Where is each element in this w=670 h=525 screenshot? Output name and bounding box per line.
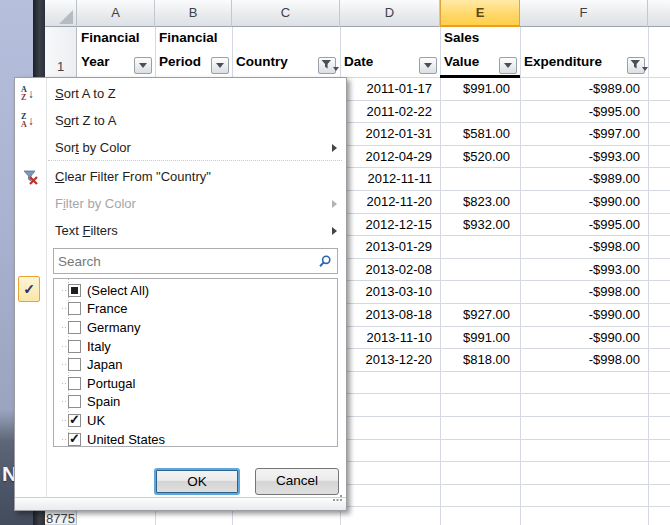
cell-date[interactable]: 2011-01-17	[340, 78, 440, 101]
cell-expenditure[interactable]: -$998.00	[520, 281, 648, 304]
checkbox-icon[interactable]	[68, 395, 81, 408]
ok-button[interactable]: OK	[154, 468, 240, 495]
cell-expenditure[interactable]: -$990.00	[520, 304, 648, 327]
cell-date[interactable]: 2012-11-20	[340, 191, 440, 214]
filter-value-label: UK	[87, 413, 105, 428]
column-header-c[interactable]: C	[232, 0, 340, 27]
row-header-8775[interactable]: 8775	[45, 511, 77, 525]
cell-sales-value[interactable]: $991.00	[440, 327, 520, 350]
column-header-d[interactable]: D	[340, 0, 440, 27]
header-cell-date[interactable]: Date	[340, 27, 440, 78]
filter-value-japan[interactable]: Japan	[54, 355, 337, 374]
filter-button-country[interactable]	[318, 57, 336, 74]
menu-item-sort-by-color[interactable]: Sort by Color	[16, 134, 345, 161]
select-all-corner[interactable]	[45, 0, 77, 27]
header-cell-financial-year[interactable]: Financial Year	[77, 27, 155, 78]
menu-item-sort-a-to-z[interactable]: AZ↓ Sort A to Z	[16, 80, 345, 107]
filter-button-date[interactable]	[419, 57, 437, 74]
cell-sales-value[interactable]	[440, 168, 520, 191]
cell-expenditure[interactable]: -$993.00	[520, 146, 648, 169]
search-input[interactable]	[54, 250, 318, 272]
chevron-down-icon	[139, 63, 147, 68]
menu-item-sort-z-to-a[interactable]: ZA↓ Sort Z to A	[16, 107, 345, 134]
cell-expenditure[interactable]: -$993.00	[520, 259, 648, 282]
funnel-icon	[630, 54, 641, 78]
cell-date[interactable]: 2012-01-31	[340, 123, 440, 146]
filter-value-spain[interactable]: Spain	[54, 393, 337, 412]
sheet-row: 2012-11-20$823.00-$990.00	[340, 191, 648, 214]
cell-expenditure[interactable]: -$990.00	[520, 327, 648, 350]
checkbox-icon[interactable]	[68, 377, 81, 390]
sheet-row: 2011-02-22-$995.00	[340, 101, 648, 124]
menu-resize-strip[interactable]	[15, 497, 346, 510]
cell-sales-value[interactable]	[440, 236, 520, 259]
cell-sales-value[interactable]: $823.00	[440, 191, 520, 214]
header-cell-sales-value[interactable]: Sales Value	[440, 27, 520, 78]
checkbox-icon[interactable]	[68, 302, 81, 315]
filter-button-financial-period[interactable]	[211, 57, 229, 74]
filter-value-label: Germany	[87, 320, 140, 335]
cell-date[interactable]: 2013-11-10	[340, 327, 440, 350]
cell-sales-value[interactable]: $932.00	[440, 214, 520, 237]
checkbox-icon[interactable]	[68, 433, 81, 446]
search-icon[interactable]	[318, 254, 332, 268]
cell-expenditure[interactable]: -$998.00	[520, 236, 648, 259]
filter-value-label: Japan	[87, 357, 122, 372]
cell-expenditure[interactable]: -$995.00	[520, 101, 648, 124]
selection-check-button[interactable]: ✓	[18, 276, 40, 302]
cell-date[interactable]: 2012-04-29	[340, 146, 440, 169]
cell-expenditure[interactable]: -$998.00	[520, 349, 648, 372]
checkbox-icon[interactable]	[68, 358, 81, 371]
cell-expenditure[interactable]: -$995.00	[520, 214, 648, 237]
column-header-b[interactable]: B	[155, 0, 232, 27]
cell-sales-value[interactable]: $520.00	[440, 146, 520, 169]
header-cell-country[interactable]: Country	[232, 27, 340, 78]
filter-value-united-states[interactable]: United States	[54, 430, 337, 447]
cell-expenditure[interactable]: -$989.00	[520, 168, 648, 191]
cell-sales-value[interactable]	[440, 101, 520, 124]
cell-sales-value[interactable]	[440, 281, 520, 304]
filter-button-financial-year[interactable]	[134, 57, 152, 74]
cell-expenditure[interactable]: -$989.00	[520, 78, 648, 101]
submenu-arrow-icon	[332, 227, 337, 235]
filter-value--select-all-[interactable]: (Select All)	[54, 281, 337, 300]
checkbox-icon[interactable]	[68, 284, 81, 297]
header-cell-financial-period[interactable]: Financial Period	[155, 27, 232, 78]
checkbox-icon[interactable]	[68, 340, 81, 353]
cell-sales-value[interactable]: $581.00	[440, 123, 520, 146]
filter-value-germany[interactable]: Germany	[54, 318, 337, 337]
filter-button-expenditure[interactable]	[627, 57, 645, 74]
cell-expenditure[interactable]: -$997.00	[520, 123, 648, 146]
cell-expenditure[interactable]: -$990.00	[520, 191, 648, 214]
cell-date[interactable]: 2013-12-20	[340, 349, 440, 372]
submenu-arrow-icon	[332, 200, 337, 208]
column-header-e-selected[interactable]: E	[440, 0, 520, 27]
chevron-down-icon	[424, 63, 432, 68]
cell-date[interactable]: 2013-08-18	[340, 304, 440, 327]
filter-value-uk[interactable]: UK	[54, 411, 337, 430]
cell-sales-value[interactable]	[440, 259, 520, 282]
cell-date[interactable]: 2013-03-10	[340, 281, 440, 304]
cell-date[interactable]: 2011-02-22	[340, 101, 440, 124]
header-cell-expenditure[interactable]: Expenditure	[520, 27, 648, 78]
filter-value-italy[interactable]: Italy	[54, 337, 337, 356]
cell-date[interactable]: 2013-01-29	[340, 236, 440, 259]
menu-item-text-filters[interactable]: Text Filters	[16, 217, 345, 244]
filter-button-sales-value[interactable]	[499, 57, 517, 74]
cancel-button[interactable]: Cancel	[255, 468, 339, 495]
checkbox-icon[interactable]	[68, 321, 81, 334]
cell-sales-value[interactable]: $818.00	[440, 349, 520, 372]
row-header-1[interactable]: 1	[45, 27, 77, 78]
filter-value-france[interactable]: France	[54, 300, 337, 319]
checkbox-icon[interactable]	[68, 414, 81, 427]
cell-date[interactable]: 2012-12-15	[340, 214, 440, 237]
cell-sales-value[interactable]: $927.00	[440, 304, 520, 327]
filter-value-label: United States	[87, 432, 165, 447]
cell-sales-value[interactable]: $991.00	[440, 78, 520, 101]
cell-date[interactable]: 2013-02-08	[340, 259, 440, 282]
filter-value-portugal[interactable]: Portugal	[54, 374, 337, 393]
column-header-a[interactable]: A	[77, 0, 155, 27]
menu-item-clear-filter[interactable]: Clear Filter From "Country"	[16, 163, 345, 190]
column-header-f[interactable]: F	[520, 0, 648, 27]
cell-date[interactable]: 2012-11-11	[340, 168, 440, 191]
